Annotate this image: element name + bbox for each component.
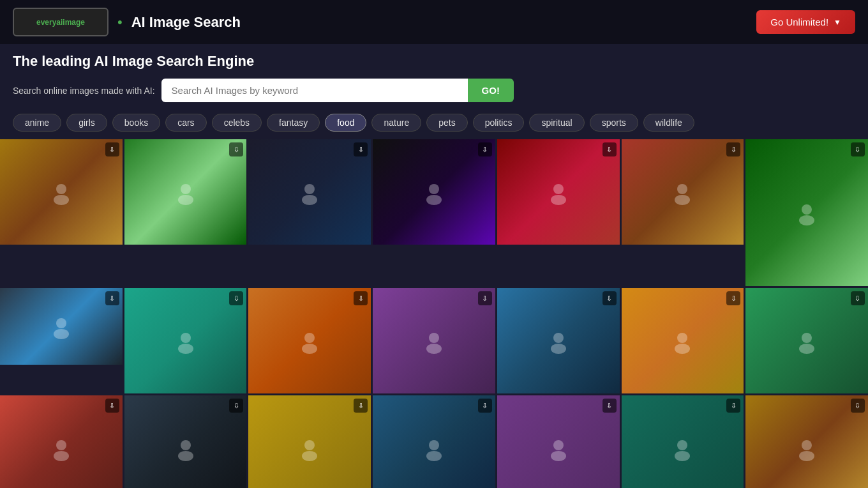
svg-point-41 (799, 451, 814, 461)
logo-dot: • (117, 14, 123, 31)
download-icon[interactable]: ⇩ (354, 142, 368, 156)
svg-point-1 (54, 195, 69, 205)
category-tag-nature[interactable]: nature (371, 114, 421, 132)
image-cell[interactable]: ⇩ (248, 139, 371, 245)
image-cell[interactable]: ⇩ (0, 288, 123, 365)
svg-point-11 (675, 195, 690, 205)
image-cell[interactable]: ⇩ (745, 139, 868, 286)
svg-point-28 (56, 440, 66, 450)
svg-point-38 (677, 440, 687, 450)
image-cell[interactable]: ⇩ (373, 139, 495, 245)
go-unlimited-button[interactable]: Go Unlimited! ▼ (756, 10, 855, 34)
svg-point-2 (181, 184, 191, 194)
download-icon[interactable]: ⇩ (229, 142, 243, 156)
image-cell[interactable]: ⇩ (0, 395, 123, 488)
logo: everyaiimage (13, 8, 108, 36)
download-icon[interactable]: ⇩ (726, 399, 740, 413)
svg-point-36 (553, 440, 564, 450)
image-grid-wrapper: ⇩⇩⇩⇩⇩⇩⇩⇩⇩⇩⇩⇩⇩⇩⇩⇩⇩⇩⇩⇩⇩⇩⇩⇩⇩⇩⇩⇩⇩⇩⇩⇩⇩⇩⇩ (0, 139, 868, 488)
download-icon[interactable]: ⇩ (851, 399, 865, 413)
svg-point-32 (304, 440, 315, 450)
logo-area: everyaiimage • AI Image Search (13, 8, 241, 36)
download-icon[interactable]: ⇩ (105, 399, 119, 413)
category-tag-celebs[interactable]: celebs (212, 114, 262, 132)
svg-point-5 (302, 195, 317, 205)
image-cell[interactable]: ⇩ (124, 139, 247, 245)
download-icon[interactable]: ⇩ (726, 142, 740, 156)
image-cell[interactable]: ⇩ (497, 139, 620, 245)
image-cell[interactable]: ⇩ (745, 395, 868, 488)
download-icon[interactable]: ⇩ (478, 399, 492, 413)
svg-point-21 (426, 344, 442, 354)
category-tag-pets[interactable]: pets (426, 114, 467, 132)
svg-point-26 (802, 333, 812, 343)
go-unlimited-label: Go Unlimited! (770, 17, 828, 27)
svg-point-25 (675, 344, 690, 354)
svg-point-22 (553, 333, 564, 343)
download-icon[interactable]: ⇩ (229, 399, 243, 413)
image-cell[interactable]: ⇩ (622, 395, 744, 488)
chevron-down-icon: ▼ (834, 18, 841, 27)
download-icon[interactable]: ⇩ (354, 291, 368, 305)
image-cell[interactable]: ⇩ (622, 288, 744, 393)
download-icon[interactable]: ⇩ (478, 291, 492, 305)
category-tag-sports[interactable]: sports (590, 114, 638, 132)
image-cell[interactable]: ⇩ (0, 139, 123, 245)
image-cell[interactable]: ⇩ (124, 288, 247, 393)
category-tag-spiritual[interactable]: spiritual (529, 114, 584, 132)
svg-point-40 (802, 440, 812, 450)
svg-point-33 (302, 451, 317, 461)
image-cell[interactable]: ⇩ (622, 139, 744, 245)
svg-point-3 (178, 195, 193, 205)
image-cell[interactable]: ⇩ (248, 395, 371, 488)
download-icon[interactable]: ⇩ (726, 291, 740, 305)
category-tag-girls[interactable]: girls (66, 114, 107, 132)
category-tag-wildlife[interactable]: wildlife (643, 114, 694, 132)
image-cell[interactable]: ⇩ (124, 395, 247, 488)
svg-point-16 (181, 333, 191, 343)
download-icon[interactable]: ⇩ (354, 399, 368, 413)
search-button[interactable]: GO! (468, 79, 514, 102)
svg-point-27 (799, 344, 814, 354)
header: everyaiimage • AI Image Search Go Unlimi… (0, 0, 868, 44)
download-icon[interactable]: ⇩ (851, 291, 865, 305)
download-icon[interactable]: ⇩ (602, 142, 617, 156)
category-tag-cars[interactable]: cars (165, 114, 206, 132)
image-cell[interactable]: ⇩ (248, 288, 371, 393)
svg-point-19 (302, 344, 317, 354)
category-tag-anime[interactable]: anime (13, 114, 61, 132)
search-input[interactable] (161, 79, 468, 102)
image-cell[interactable]: ⇩ (373, 395, 495, 488)
category-tag-politics[interactable]: politics (473, 114, 525, 132)
categories-bar: animegirlsbookscarscelebsfantasyfoodnatu… (0, 110, 868, 139)
svg-point-31 (178, 451, 193, 461)
site-title: AI Image Search (131, 14, 241, 31)
download-icon[interactable]: ⇩ (602, 291, 617, 305)
svg-point-6 (429, 184, 439, 194)
search-area: Search online images made with AI: GO! (0, 73, 868, 110)
category-tag-fantasy[interactable]: fantasy (267, 114, 320, 132)
download-icon[interactable]: ⇩ (478, 142, 492, 156)
image-cell[interactable]: ⇩ (497, 395, 620, 488)
svg-point-30 (181, 440, 191, 450)
download-icon[interactable]: ⇩ (602, 399, 617, 413)
download-icon[interactable]: ⇩ (851, 142, 865, 156)
svg-point-8 (553, 184, 564, 194)
svg-point-23 (551, 344, 566, 354)
category-tag-food[interactable]: food (325, 114, 366, 132)
svg-point-14 (56, 318, 66, 328)
image-cell[interactable]: ⇩ (497, 288, 620, 393)
svg-point-18 (304, 333, 315, 343)
image-cell[interactable]: ⇩ (745, 288, 868, 393)
download-icon[interactable]: ⇩ (105, 142, 119, 156)
svg-point-37 (551, 451, 566, 461)
svg-point-4 (304, 184, 315, 194)
image-cell[interactable]: ⇩ (373, 288, 495, 393)
download-icon[interactable]: ⇩ (229, 291, 243, 305)
download-icon[interactable]: ⇩ (105, 291, 119, 305)
category-tag-books[interactable]: books (112, 114, 160, 132)
svg-point-39 (675, 451, 690, 461)
svg-point-15 (54, 329, 69, 339)
tagline: The leading AI Image Search Engine (0, 44, 868, 73)
tagline-text: The leading AI Image Search Engine (13, 53, 254, 69)
